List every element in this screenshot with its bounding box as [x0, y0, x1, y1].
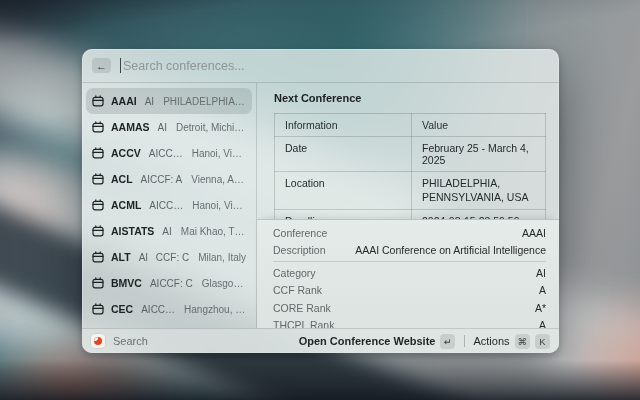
calendar-icon [92, 95, 104, 107]
calendar-icon [92, 147, 104, 159]
conference-location: PHILADELPHIA, PE… [163, 96, 246, 107]
calendar-icon [92, 251, 104, 263]
list-item-acl[interactable]: ACL AI CCF: A Vienna, Austria [86, 166, 252, 192]
text-caret [120, 58, 121, 73]
search-bar: ← Search conferences... [82, 49, 559, 83]
conference-category: AI [150, 278, 159, 289]
conference-name: AAMAS [111, 121, 150, 133]
conference-name: ACL [111, 173, 133, 185]
conference-name: AISTATS [111, 225, 154, 237]
conference-category: AI [158, 122, 167, 133]
conference-rank: CCF: A [150, 174, 182, 185]
footer-mode-label: Search [113, 335, 148, 347]
calendar-icon [92, 277, 104, 289]
conference-list: AAAI AI PHILADELPHIA, PE… AAMAS AI Detro… [82, 83, 257, 328]
metadata-row-category: Category AI [273, 264, 546, 282]
table-cell-label: Location [275, 172, 412, 210]
main-content: AAAI AI PHILADELPHIA, PE… AAMAS AI Detro… [82, 83, 559, 328]
metadata-row-description: Description AAAI Conference on Artificia… [273, 242, 546, 260]
metadata-row-thcpl-rank: THCPL Rank A [273, 317, 546, 329]
metadata-value: AAAI Conference on Artificial Intelligen… [355, 244, 546, 256]
metadata-row-core-rank: CORE Rank A* [273, 299, 546, 317]
table-cell-value: February 25 - March 4, 2025 [412, 137, 546, 172]
metadata-value: AAAI [522, 227, 546, 239]
list-item-alt[interactable]: ALT AI CCF: C Milan, Italy [86, 244, 252, 270]
calendar-icon [92, 225, 104, 237]
conference-name: ACCV [111, 147, 141, 159]
wallpaper-salmon-blob [560, 280, 640, 400]
metadata-label: Conference [273, 227, 327, 239]
list-item-aistats[interactable]: AISTATS AI Mai Khao, Thail… [86, 218, 252, 244]
metadata-value: A* [535, 302, 546, 314]
conference-category: AI [149, 148, 158, 159]
conference-location: Glasgow, UK [202, 278, 246, 289]
metadata-label: Description [273, 244, 326, 256]
calendar-icon [92, 173, 104, 185]
metadata-row-conference: Conference AAAI [273, 224, 546, 242]
conference-location: Mai Khao, Thail… [181, 226, 246, 237]
list-item-cec[interactable]: CEC AI CC… Hangzhou, China [86, 296, 252, 322]
action-bar: Search Open Conference Website ↵ Actions… [82, 328, 559, 353]
conference-rank: CC… [158, 148, 182, 159]
list-item-aamas[interactable]: AAMAS AI Detroit, Michigan… [86, 114, 252, 140]
conference-name: AAAI [111, 95, 137, 107]
conference-location: Hanoi, Vietnam [192, 200, 246, 211]
conference-location: Detroit, Michigan… [176, 122, 246, 133]
k-key-icon: K [535, 334, 550, 349]
list-item-acml[interactable]: ACML AI CC… Hanoi, Vietnam [86, 192, 252, 218]
metadata-label: Category [273, 267, 316, 279]
table-header-value: Value [412, 114, 546, 137]
conference-category: AI [162, 226, 171, 237]
conference-name: ACML [111, 199, 141, 211]
conference-rank: CC… [159, 200, 183, 211]
open-conference-website-button[interactable]: Open Conference Website [299, 335, 436, 347]
conference-location: Hanoi, Vietnam [192, 148, 246, 159]
calendar-icon [92, 199, 104, 211]
calendar-icon [92, 121, 104, 133]
enter-key-icon: ↵ [440, 334, 455, 349]
list-item-aaai[interactable]: AAAI AI PHILADELPHIA, PE… [86, 88, 252, 114]
conference-category: AI [141, 174, 150, 185]
conference-category: AI [149, 200, 158, 211]
calendar-icon [92, 303, 104, 315]
conference-location: Milan, Italy [198, 252, 246, 263]
table-cell-value: PHILADELPHIA, PENNSYLVANIA, USA [412, 172, 546, 210]
table-row: Location PHILADELPHIA, PENNSYLVANIA, USA [275, 172, 546, 210]
conference-category: AI [145, 96, 154, 107]
metadata-value: A [539, 319, 546, 328]
detail-heading: Next Conference [274, 92, 546, 104]
metadata-label: THCPL Rank [273, 319, 334, 328]
conference-rank: CCF: C [159, 278, 192, 289]
list-item-bmvc[interactable]: BMVC AI CCF: C Glasgow, UK [86, 270, 252, 296]
actions-button[interactable]: Actions [473, 335, 509, 347]
conference-category: AI [139, 252, 148, 263]
conference-name: BMVC [111, 277, 142, 289]
list-item-accv[interactable]: ACCV AI CC… Hanoi, Vietnam [86, 140, 252, 166]
table-header-information: Information [275, 114, 412, 137]
conference-rank: CC… [151, 304, 175, 315]
back-button[interactable]: ← [92, 58, 111, 73]
back-arrow-icon: ← [96, 60, 107, 72]
next-conference-table: Information Value Date February 25 - Mar… [274, 113, 546, 233]
conference-name: ALT [111, 251, 131, 263]
extension-logo-icon [91, 334, 105, 348]
launcher-window: ← Search conferences... AAAI AI PHILADEL… [82, 49, 559, 353]
metadata-row-ccf-rank: CCF Rank A [273, 282, 546, 300]
metadata-label: CCF Rank [273, 284, 322, 296]
footer-divider [464, 335, 465, 347]
conference-location: Hangzhou, China [184, 304, 246, 315]
footer-actions: Open Conference Website ↵ Actions ⌘ K [299, 334, 550, 349]
conference-location: Vienna, Austria [191, 174, 246, 185]
conference-name: CEC [111, 303, 133, 315]
metadata-label: CORE Rank [273, 302, 331, 314]
conference-category: AI [141, 304, 150, 315]
metadata-separator [273, 261, 546, 262]
table-cell-label: Date [275, 137, 412, 172]
search-input[interactable]: Search conferences... [123, 59, 245, 73]
conference-rank: CCF: C [156, 252, 189, 263]
table-row: Date February 25 - March 4, 2025 [275, 137, 546, 172]
metadata-value: A [539, 284, 546, 296]
metadata-value: AI [536, 267, 546, 279]
command-key-icon: ⌘ [515, 334, 531, 349]
metadata-panel: Conference AAAI Description AAAI Confere… [257, 219, 559, 328]
